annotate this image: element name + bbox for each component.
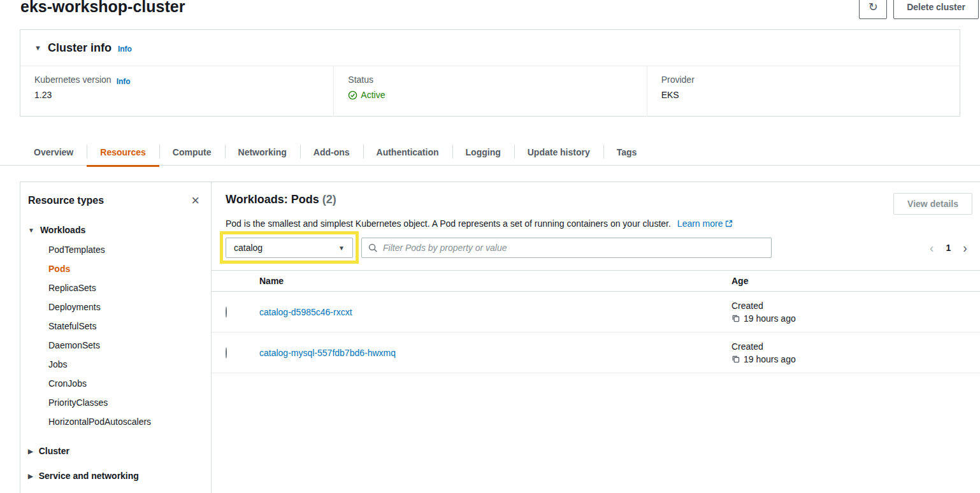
resource-tree: ▼ Workloads PodTemplates Pods ReplicaSet…: [20, 225, 211, 481]
provider-value: EKS: [661, 90, 946, 100]
caret-right-icon: ▶: [28, 473, 33, 480]
pods-count: (2): [322, 193, 336, 206]
table-row: catalog-mysql-557fdb7bd6-hwxmq Created 1…: [212, 332, 980, 373]
caret-right-icon: ▶: [28, 448, 33, 455]
tree-group-cluster[interactable]: ▶ Cluster: [28, 446, 203, 456]
header-actions: ↻ Delete cluster: [859, 0, 979, 19]
learn-more-link[interactable]: Learn more: [677, 218, 733, 229]
pods-main: Workloads: Pods (2) View details Pod is …: [212, 182, 980, 493]
tab-tags[interactable]: Tags: [603, 138, 651, 166]
kubernetes-version-info-link[interactable]: Info: [117, 77, 131, 86]
sidebar-item-statefulsets[interactable]: StatefulSets: [28, 317, 203, 336]
tree-group-label: Cluster: [39, 446, 69, 456]
page-number[interactable]: 1: [946, 243, 951, 253]
status-value-text: Active: [361, 90, 385, 100]
pods-panel-title: Workloads: Pods (2): [226, 193, 336, 206]
filter-dropdown[interactable]: catalog ▼: [226, 238, 353, 258]
table-header: Name Age: [212, 270, 980, 292]
workloads-items: PodTemplates Pods ReplicaSets Deployment…: [28, 240, 203, 431]
status-label: Status: [348, 75, 373, 85]
kubernetes-version-label: Kubernetes version: [34, 75, 112, 85]
pod-name-link[interactable]: catalog-d5985c46-rxcxt: [259, 307, 352, 317]
copy-icon[interactable]: [731, 355, 740, 363]
chevron-down-icon: ▼: [338, 245, 345, 252]
refresh-icon: ↻: [868, 0, 878, 14]
eks-cluster-page: eks-workshop-cluster ↻ Delete cluster ▼ …: [0, 0, 980, 493]
tab-resources[interactable]: Resources: [87, 138, 159, 166]
pods-search-box[interactable]: [361, 238, 772, 258]
age-cell: Created 19 hours ago: [731, 301, 980, 324]
tab-authentication[interactable]: Authentication: [363, 138, 452, 166]
tree-group-service-and-networking[interactable]: ▶ Service and networking: [28, 471, 203, 481]
delete-cluster-button[interactable]: Delete cluster: [893, 0, 979, 19]
caret-down-icon: ▼: [28, 227, 34, 234]
age-created-label: Created: [731, 301, 980, 311]
age-value: 19 hours ago: [744, 354, 796, 364]
sidebar-item-jobs[interactable]: Jobs: [28, 355, 203, 374]
pagination: ‹ 1 ›: [930, 243, 974, 253]
provider-label: Provider: [661, 75, 695, 85]
sidebar-item-replicasets[interactable]: ReplicaSets: [28, 278, 203, 297]
tab-overview[interactable]: Overview: [20, 138, 87, 166]
status-value: Active: [348, 90, 632, 100]
sidebar-title: Resource types: [28, 195, 104, 206]
age-column-header: Age: [731, 276, 980, 286]
pods-description-text: Pod is the smallest and simplest Kuberne…: [226, 218, 671, 229]
next-page-icon[interactable]: ›: [963, 243, 967, 253]
tree-group-workloads[interactable]: ▼ Workloads: [28, 225, 203, 235]
cluster-info-info-link[interactable]: Info: [118, 45, 132, 54]
tab-networking[interactable]: Networking: [225, 138, 300, 166]
sidebar-item-priorityclasses[interactable]: PriorityClasses: [28, 393, 203, 412]
copy-icon[interactable]: [731, 314, 740, 322]
sidebar-item-pods[interactable]: Pods: [28, 259, 203, 278]
sidebar-item-daemonsets[interactable]: DaemonSets: [28, 336, 203, 355]
sidebar-item-horizontalpodautoscalers[interactable]: HorizontalPodAutoscalers: [28, 412, 203, 431]
close-icon[interactable]: ×: [189, 195, 202, 206]
tab-compute[interactable]: Compute: [159, 138, 225, 166]
row-radio-button[interactable]: [226, 347, 227, 359]
name-column-header: Name: [259, 276, 731, 286]
resources-panel: Resource types × ▼ Workloads PodTemplate…: [20, 182, 980, 493]
page-title: eks-workshop-cluster: [20, 0, 185, 17]
age-created-label: Created: [731, 341, 980, 352]
tab-bar: Overview Resources Compute Networking Ad…: [20, 138, 650, 166]
field-kubernetes-version: Kubernetes version Info 1.23: [20, 66, 333, 117]
tree-group-label: Workloads: [40, 225, 85, 235]
row-radio-button[interactable]: [226, 306, 227, 318]
search-icon: [368, 243, 378, 253]
table-row: catalog-d5985c46-rxcxt Created 19 hours …: [212, 292, 980, 332]
field-status: Status Active: [333, 66, 646, 117]
sidebar-item-cronjobs[interactable]: CronJobs: [28, 374, 203, 393]
search-input[interactable]: [383, 243, 765, 253]
tab-add-ons[interactable]: Add-ons: [300, 138, 363, 166]
resource-types-sidebar: Resource types × ▼ Workloads PodTemplate…: [20, 182, 212, 493]
cluster-info-title: Cluster info: [48, 41, 112, 55]
pods-table: Name Age catalog-d5985c46-rxcxt Created …: [212, 270, 980, 373]
learn-more-text: Learn more: [677, 218, 723, 229]
cluster-info-card: ▼ Cluster info Info Kubernetes version I…: [20, 29, 960, 117]
collapse-caret-icon[interactable]: ▼: [34, 44, 41, 52]
sidebar-item-deployments[interactable]: Deployments: [28, 297, 203, 317]
view-details-button[interactable]: View details: [893, 193, 972, 215]
sidebar-item-podtemplates[interactable]: PodTemplates: [28, 240, 203, 259]
external-link-icon: [725, 220, 733, 227]
filter-row: catalog ▼ ‹ 1 ›: [226, 238, 974, 258]
tree-group-label: Service and networking: [39, 471, 139, 481]
age-cell: Created 19 hours ago: [731, 341, 980, 364]
field-provider: Provider EKS: [647, 66, 960, 117]
cluster-info-body: Kubernetes version Info 1.23 Status Acti…: [20, 66, 960, 117]
age-value: 19 hours ago: [744, 313, 796, 324]
cluster-info-header[interactable]: ▼ Cluster info Info: [20, 30, 960, 66]
tab-update-history[interactable]: Update history: [514, 138, 603, 166]
tab-logging[interactable]: Logging: [452, 138, 514, 166]
pods-description: Pod is the smallest and simplest Kuberne…: [212, 215, 980, 229]
previous-page-icon[interactable]: ‹: [930, 243, 934, 253]
filter-dropdown-value: catalog: [234, 243, 263, 253]
pod-name-link[interactable]: catalog-mysql-557fdb7bd6-hwxmq: [259, 348, 396, 358]
refresh-button[interactable]: ↻: [859, 0, 887, 19]
status-active-icon: [348, 90, 357, 100]
pods-title-text: Workloads: Pods: [226, 193, 319, 206]
kubernetes-version-value: 1.23: [34, 90, 319, 100]
